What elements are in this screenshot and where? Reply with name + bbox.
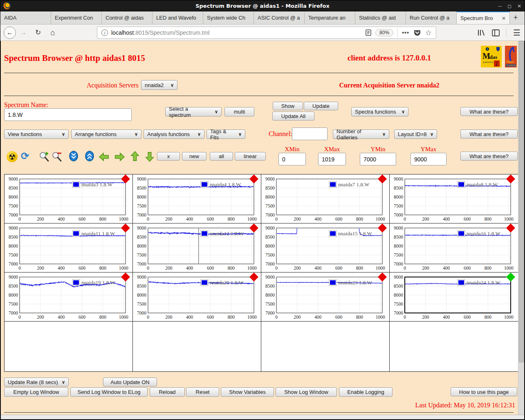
tab-close-icon[interactable]: ✕ — [502, 16, 506, 21]
spectrum-chart-nnaida24[interactable]: 7000750080008500900002004006008001000nna… — [390, 273, 518, 322]
svg-text:8500: 8500 — [137, 185, 146, 190]
expand-up-icon[interactable] — [84, 150, 95, 162]
channel-input[interactable] — [292, 127, 328, 140]
auto-update-button[interactable]: Auto Update ON — [103, 378, 157, 386]
svg-text:9000: 9000 — [265, 226, 275, 230]
radiation-icon[interactable]: ☢ — [7, 151, 18, 162]
analysis-functions-dropdown[interactable]: Analysis functions∨ — [144, 130, 204, 139]
reset-button[interactable]: Reset — [186, 387, 219, 397]
arrow-down-icon[interactable] — [144, 151, 155, 162]
refresh-icon[interactable]: ⟳ — [19, 150, 31, 162]
spectrum-chart-nnaida23[interactable]: 7000750080008500900002004006008001000nna… — [261, 273, 390, 322]
xmax-input[interactable]: 1019 — [318, 153, 346, 165]
show-button[interactable]: Show — [273, 102, 303, 110]
reload-icon[interactable]: ↻ — [34, 28, 43, 37]
spectrum-chart-nnaida3[interactable]: 7000750080008500900002004006008001000nna… — [4, 174, 133, 223]
tab-spectrum-bro[interactable]: Spectrum Bro✕ — [457, 11, 510, 24]
spectrum-chart-nnaida7[interactable]: 7000750080008500900002004006008001000nna… — [261, 174, 390, 223]
layout-id-dropdown[interactable]: Layout ID=8∨ — [394, 130, 437, 139]
show-variables-button[interactable]: Show Variables — [221, 387, 274, 397]
svg-text:800: 800 — [485, 217, 492, 221]
spectrum-chart-nnaida11[interactable]: 7000750080008500900002004006008001000nna… — [4, 223, 133, 273]
select-spectrum-dropdown[interactable]: Select a spectrum∨ — [165, 107, 222, 116]
new-tab-button[interactable]: + — [510, 11, 521, 24]
tab-asic-control-a[interactable]: ASIC Control @ a — [254, 11, 305, 24]
minimize-button[interactable]: ─ — [498, 3, 502, 9]
svg-text:9000: 9000 — [137, 226, 146, 230]
pocket-icon[interactable] — [413, 29, 421, 37]
back-icon[interactable]: ← — [4, 27, 16, 39]
svg-text:200: 200 — [422, 266, 429, 270]
spectrum-chart-nnaida19[interactable]: 7000750080008500900002004006008001000nna… — [4, 273, 133, 322]
tags-fits-dropdown[interactable]: Tags & Fits∨ — [206, 130, 245, 139]
more-actions-icon[interactable]: ••• — [402, 29, 409, 36]
send-log-window-to-elog-button[interactable]: Send Log Window to ELog — [70, 387, 148, 397]
acquisition-server-select[interactable]: nnaida2∨ — [141, 80, 177, 90]
xmin-input[interactable]: 0 — [278, 153, 306, 165]
update-button[interactable]: Update — [304, 102, 338, 110]
forward-icon[interactable]: → — [19, 29, 28, 37]
spectrum-name-input[interactable]: 1.8.W — [4, 108, 132, 121]
page-scrollbar[interactable] — [518, 41, 524, 415]
spectrum-chart-nnaida4[interactable]: 7000750080008500900002004006008001000nna… — [133, 174, 261, 223]
spectrum-chart-nnaida12[interactable]: 7000750080008500900002004006008001000nna… — [133, 223, 261, 273]
all-button[interactable]: all — [210, 152, 233, 161]
how-to-use-button[interactable]: How to use this page — [451, 387, 517, 396]
collapse-down-icon[interactable] — [68, 150, 79, 162]
tab-run-control-a[interactable]: Run Control @ a — [406, 11, 457, 24]
menu-icon[interactable]: ☰ — [513, 28, 521, 38]
svg-text:800: 800 — [356, 315, 363, 319]
bookmark-star-icon[interactable]: ☆ — [425, 28, 432, 37]
show-log-window-button[interactable]: Show Log Window — [276, 387, 337, 397]
update-rate-dropdown[interactable]: Update Rate (8 secs)∨ — [4, 378, 69, 386]
update-all-button[interactable]: Update All — [272, 112, 314, 121]
svg-text:1000: 1000 — [376, 315, 385, 319]
sidebar-icon[interactable] — [492, 29, 500, 36]
svg-text:7000: 7000 — [265, 261, 275, 266]
tab-system-wide-ch[interactable]: System wide Ch — [203, 11, 254, 24]
zoom-in-icon[interactable] — [38, 151, 50, 163]
what-are-these-button-2[interactable]: What are these? — [460, 130, 518, 139]
window-statusbar — [1, 415, 524, 419]
ymax-input[interactable]: 9000 — [411, 153, 446, 165]
spectrum-chart-nnaida16[interactable]: 7000750080008500900002004006008001000nna… — [390, 223, 518, 273]
maximize-button[interactable]: ◻ — [507, 3, 512, 9]
tab-statistics-aid[interactable]: Statistics @ aid — [355, 11, 406, 24]
spectra-functions-dropdown[interactable]: Spectra functions∨ — [351, 107, 408, 116]
number-of-galleries-dropdown[interactable]: Number of Galleries∨ — [333, 130, 389, 139]
what-are-these-button-3[interactable]: What are these? — [460, 152, 518, 161]
page-info-icon[interactable]: i — [101, 29, 108, 36]
svg-text:7000: 7000 — [9, 212, 18, 217]
linear-button[interactable]: linear — [235, 152, 266, 161]
multi-button[interactable]: multi — [224, 107, 254, 116]
library-icon[interactable] — [477, 29, 485, 36]
spectrum-chart-nnaida15[interactable]: 7000750080008500900002004006008001000nna… — [261, 223, 390, 273]
what-are-these-button-1[interactable]: What are these? — [460, 107, 518, 116]
tab-experiment-con[interactable]: Experiment Con — [51, 11, 102, 24]
empty-log-window-button[interactable]: Empty Log Window — [4, 387, 68, 397]
spectrum-chart-nnaida8[interactable]: 7000750080008500900002004006008001000nna… — [390, 174, 518, 223]
tab-led-and-wavefo[interactable]: LED and Wavefo — [153, 11, 203, 24]
tab-temperature-an[interactable]: Temperature an — [305, 11, 355, 24]
reload-button[interactable]: Reload — [150, 387, 185, 397]
url-bar[interactable]: i localhost :8015/Spectrum/Spectrum.tml … — [97, 27, 436, 39]
tab-control-aidas[interactable]: Control @ aidas — [102, 11, 153, 24]
reader-mode-icon[interactable] — [366, 29, 371, 36]
home-icon[interactable]: ⌂ — [48, 28, 57, 37]
ymin-input[interactable]: 7000 — [360, 153, 396, 165]
enable-logging-button[interactable]: Enable Logging — [339, 387, 393, 397]
view-functions-dropdown[interactable]: View functions∨ — [4, 130, 69, 139]
zoom-out-icon[interactable] — [51, 151, 63, 163]
arrow-left-icon[interactable] — [99, 151, 110, 163]
x-button[interactable]: x — [157, 152, 180, 161]
spectrum-chart-nnaida20[interactable]: 7000750080008500900002004006008001000nna… — [133, 273, 261, 322]
scrollbar-thumb[interactable] — [519, 41, 524, 362]
arrow-up-icon[interactable] — [129, 151, 141, 162]
chevron-down-icon: ∨ — [402, 109, 405, 114]
tab-aida[interactable]: AIDA — [0, 11, 51, 24]
close-button[interactable]: ✕ — [517, 3, 521, 9]
zoom-level-button[interactable]: 80% — [375, 29, 393, 36]
arrow-right-icon[interactable] — [114, 151, 125, 163]
new-button[interactable]: new — [182, 152, 206, 161]
arrange-functions-dropdown[interactable]: Arrange functions∨ — [71, 130, 141, 139]
